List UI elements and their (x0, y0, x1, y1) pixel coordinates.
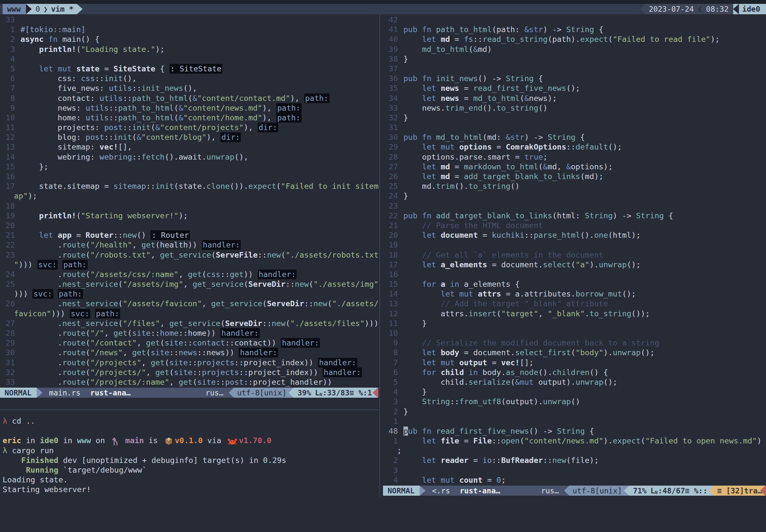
line-number: 39 (383, 44, 398, 54)
code-row: 41pub fn path_to_html(path: &str) -> Str… (383, 25, 766, 34)
code-row: 5 child.serialize(&mut output).unwrap(); (383, 377, 766, 387)
code-row: 22 .route("/health", get(health)) handle… (0, 240, 378, 250)
shell-pane[interactable]: λ cd ..eric in ide0 in www on main is v0… (3, 416, 376, 495)
tmux-clock: 2023-07-24 ❮ 08:32 (646, 4, 733, 14)
code-row: 18 (0, 201, 378, 211)
line-number (0, 289, 15, 299)
line-number-icon: N (319, 392, 322, 397)
line-number: 7 (383, 358, 398, 368)
line-number: 7 (0, 83, 15, 93)
line-number: 29 (383, 142, 398, 152)
code-row: 19 (383, 240, 766, 250)
code-row: ap"); (0, 191, 378, 201)
line-number: 19 (383, 240, 398, 250)
line-number: 2 (383, 455, 398, 465)
code-row: 3 (383, 465, 766, 475)
line-number: 17 (383, 260, 398, 270)
code-row: 13 // Add the target "_blank" attribute (383, 299, 766, 308)
code-row: 21 let app = Router::new() : Router (0, 230, 378, 240)
line-number: 14 (383, 289, 398, 299)
code-row: 7 let mut output = vec![]; (383, 358, 766, 368)
code-row: 32} (383, 113, 766, 123)
line-number: 2 (383, 407, 398, 417)
code-row: 26 let md = add_target_blank_to_links(md… (383, 172, 766, 181)
code-row: 19 println!("Starting webserver!"); (0, 211, 378, 221)
code-row: 27 .nest_service("/files", get_service(S… (0, 319, 378, 328)
line-number: 23 (0, 250, 15, 260)
line-number: 15 (383, 279, 398, 289)
chevron-right-icon (420, 486, 426, 496)
scroll-percent: 39% (298, 389, 311, 397)
code-row: 20 (0, 221, 378, 230)
code-row: 12 blog: post::init(&"content/blog"), di… (0, 132, 378, 142)
code-row: 29 let mut options = ComrakOptions::defa… (383, 142, 766, 152)
editor-pane-left[interactable]: 331#[tokio::main]2async fn main() {3 pri… (0, 15, 378, 387)
tmux-window-name: vim * (51, 5, 73, 13)
chevron-right-icon (37, 388, 43, 398)
line-number: 24 (0, 270, 15, 279)
line-number: 17 (0, 181, 15, 191)
pane-divider-horizontal[interactable] (0, 409, 378, 410)
line-number: 4 (0, 54, 15, 64)
line-number: 8 (0, 93, 15, 103)
cursor-position: :33/83≡ (322, 389, 354, 397)
vim-mode-badge: NORMAL (383, 486, 420, 496)
code-row: 35 let news = read_first_five_news(); (383, 83, 766, 93)
statusline-left: NORMAL main.rs rust-ana… rus… utf-8[unix… (0, 388, 378, 398)
chevron-right-icon (26, 4, 32, 14)
code-row: 3 String::from_utf8(output).unwrap() (383, 397, 766, 406)
code-row: 36pub fn init_news() -> String { (383, 74, 766, 83)
column-label: %:1 (354, 389, 372, 397)
position-badge: 71% LN:48/67≡ %:: (624, 486, 714, 496)
code-row: 4 (0, 54, 378, 64)
code-row: 15 }; (0, 162, 378, 172)
line-number: 18 (383, 250, 398, 260)
code-row: 23 (383, 201, 766, 211)
line-number: 33 (0, 377, 15, 387)
code-row: 10 (383, 328, 766, 338)
line-number: 32 (383, 113, 398, 123)
line-number: 28 (383, 152, 398, 162)
line-number: 11 (0, 123, 15, 132)
editor-pane-right[interactable]: 4241pub fn path_to_html(path: &str) -> S… (383, 15, 766, 485)
code-row: 10 home: utils::path_to_html(&"content/h… (0, 113, 378, 123)
line-number: 4 (383, 475, 398, 485)
line-number: 34 (383, 93, 398, 103)
cursor-position: :48/67≡ (658, 487, 689, 495)
line-number: 24 (383, 191, 398, 201)
pane-divider-vertical[interactable] (379, 14, 380, 497)
line-number: 23 (383, 201, 398, 211)
code-row: 11 projects: post::init(&"content/projec… (0, 123, 378, 132)
chevron-left-icon (733, 4, 739, 14)
line-number: 26 (383, 172, 398, 181)
code-row: 13 sitemap: vec![], (0, 142, 378, 152)
code-row: 23 .route("/robots.txt", get_service(Ser… (0, 250, 378, 260)
code-row: ))) svc: path: (0, 289, 378, 299)
code-row: 33 news.trim_end().to_string() (383, 103, 766, 113)
line-number: 3 (383, 397, 398, 406)
line-number: 12 (0, 132, 15, 142)
line-number: 14 (0, 152, 15, 162)
code-row: 22pub fn add_target_blank_to_links(html:… (383, 211, 766, 221)
line-number: 21 (0, 230, 15, 240)
line-number-icon: L (315, 389, 319, 397)
code-row: 42 (383, 15, 766, 25)
code-row: 34 let news = md_to_html(&news); (383, 93, 766, 103)
branch-icon (111, 437, 119, 446)
code-row: 7 five_news: utils::init_news(), (0, 83, 378, 93)
line-number: 26 (0, 299, 15, 308)
tmux-status-bar: www 0 ❯ vim * 2023-07-24 ❮ 08:32 ide0 (0, 4, 766, 14)
tmux-window-index: 0 (36, 5, 40, 13)
line-number: 30 (383, 132, 398, 142)
code-row: 30 .route("/news", get(site::news::news)… (0, 348, 378, 357)
line-number: 19 (0, 211, 15, 221)
tmux-session-tab[interactable]: www (3, 4, 26, 14)
tmux-window-tab[interactable]: 0 ❯ vim * (32, 4, 77, 14)
line-number: 31 (0, 358, 15, 368)
trailing-whitespace-badge: ≡ [32]tra… (709, 486, 765, 496)
lsp-label: rust-ana… (90, 388, 131, 398)
shell-row: λ cd .. (3, 416, 376, 426)
code-row: 28 options.parse.smart = true; (383, 152, 766, 162)
code-row: 26 .nest_service("/assets/favicon", get_… (0, 299, 378, 308)
line-number: 21 (383, 221, 398, 230)
